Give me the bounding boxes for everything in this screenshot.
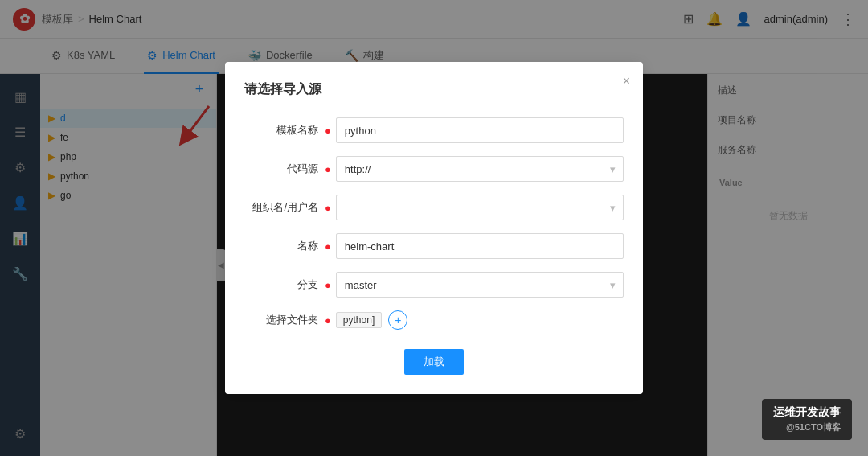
form-row-branch: 分支 ● master ▾ [244,272,624,298]
submit-button[interactable]: 加载 [404,349,464,375]
folder-label: 选择文件夹 [244,313,325,327]
template-name-label: 模板名称 [244,123,325,138]
branch-select[interactable]: master [336,272,624,298]
modal-close-button[interactable]: × [623,75,630,88]
form-row-code-source: 代码源 ● http:// ▾ [244,156,624,182]
code-source-label: 代码源 [244,162,325,176]
name-required: ● [325,240,331,253]
modal-overlay[interactable]: 请选择导入源 × 模板名称 ● 代码源 ● http:// ▾ 组织名/用户名 … [0,0,868,456]
watermark-title: 运维开发故事 [773,405,841,420]
branch-label: 分支 [244,277,325,292]
form-row-template-name: 模板名称 ● [244,117,624,143]
folder-tag: python] [336,312,382,328]
org-user-required: ● [325,202,331,214]
branch-required: ● [325,279,331,291]
branch-select-wrap: master ▾ [336,272,624,298]
code-source-required: ● [325,163,331,175]
name-input[interactable] [336,233,624,259]
code-source-select-wrap: http:// ▾ [336,156,624,182]
org-user-select[interactable] [336,195,624,220]
template-name-input[interactable] [336,117,624,143]
org-user-label: 组织名/用户名 [244,200,325,215]
name-label: 名称 [244,239,325,253]
modal-footer: 加载 [244,349,624,375]
modal: 请选择导入源 × 模板名称 ● 代码源 ● http:// ▾ 组织名/用户名 … [225,62,643,394]
folder-required: ● [325,314,331,327]
modal-title: 请选择导入源 [244,81,624,98]
code-source-select[interactable]: http:// [336,156,624,182]
folder-tag-label: python] [343,314,375,326]
org-user-select-wrap: ▾ [336,195,624,220]
form-row-org-user: 组织名/用户名 ● ▾ [244,195,624,220]
form-row-name: 名称 ● [244,233,624,259]
template-name-required: ● [325,125,331,137]
folder-row: python] + [336,310,624,330]
watermark: 运维开发故事 @51CTO博客 [762,399,852,440]
form-row-folder: 选择文件夹 ● python] + [244,310,624,330]
watermark-sub: @51CTO博客 [773,421,841,433]
folder-add-button[interactable]: + [388,310,407,330]
